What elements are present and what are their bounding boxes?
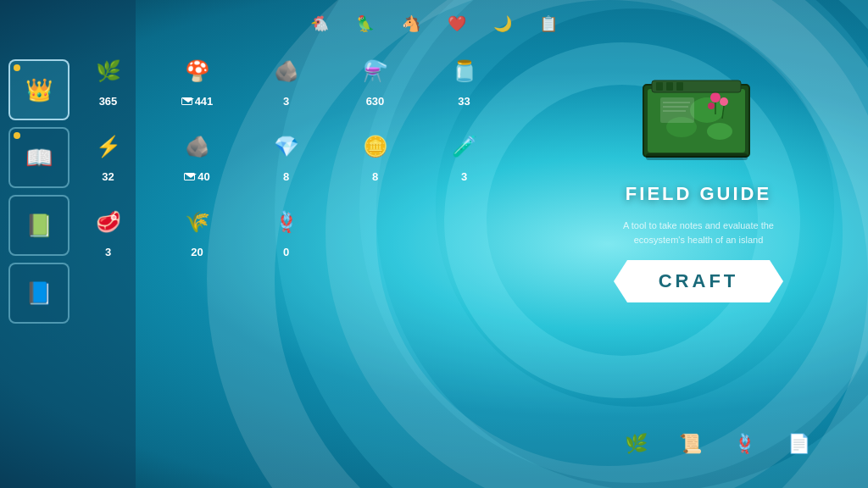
flask-icon: ⚗️ <box>355 51 396 92</box>
resource-grid: 🌿 365 🍄 441 🪨 3 ⚗️ 630 🫙 33 ⚡ 32 <box>85 51 551 267</box>
craft-button[interactable]: CRAFT <box>614 260 783 302</box>
svg-point-6 <box>720 97 728 106</box>
svg-rect-13 <box>676 82 683 91</box>
vial-count: 3 <box>461 170 467 183</box>
svg-rect-12 <box>666 82 673 91</box>
right-panel: FIELD GUIDE A tool to take notes and eva… <box>571 68 826 302</box>
bottom-ingredients: 🌿 📜 🪢 📄 <box>617 425 817 463</box>
stone-icon: 🪨 <box>266 51 307 92</box>
top-icon-moon[interactable]: 🌙 <box>487 8 518 39</box>
svg-point-2 <box>690 97 724 123</box>
mushroom-icon: 🍄 <box>177 51 218 92</box>
top-icon-chicken[interactable]: 🐔 <box>304 8 335 39</box>
sidebar-item-crown[interactable]: 👑 <box>8 59 70 120</box>
resource-row-2: ⚡ 32 🪨 40 💎 8 🪙 8 🧪 3 <box>85 126 551 183</box>
cup-icon: 🫙 <box>444 51 485 92</box>
lightning-icon: ⚡ <box>88 126 129 167</box>
coin-count: 8 <box>372 170 378 183</box>
svg-rect-18 <box>646 153 748 160</box>
mushroom-count: 441 <box>181 95 214 108</box>
gem-icon: 💎 <box>266 126 307 167</box>
top-bar: 🐔 🦜 🐴 ❤️ 🌙 📋 <box>304 8 564 39</box>
ingredient-paper: 📄 <box>780 425 817 463</box>
resource-item-coin: 🪙 8 <box>352 126 398 183</box>
leaves-icon: 🌿 <box>88 51 129 92</box>
top-icon-parrot[interactable]: 🦜 <box>350 8 381 39</box>
rock-icon: 🪨 <box>177 126 218 167</box>
ingredient-rope: 🪢 <box>726 425 763 463</box>
svg-point-4 <box>707 123 732 140</box>
resource-item-rock: 🪨 40 <box>174 126 220 183</box>
sidebar-item-book3[interactable]: 📘 <box>8 263 70 324</box>
field-guide-svg <box>639 72 758 165</box>
meat-icon: 🥩 <box>88 202 129 242</box>
resource-row-3: 🥩 3 🌾 20 🪢 0 <box>85 202 551 258</box>
rope-count: 0 <box>283 246 289 258</box>
book2-icon: 📗 <box>25 213 53 239</box>
rope-icon: 🪢 <box>266 202 307 242</box>
svg-point-5 <box>710 92 721 103</box>
ingredient-leaves: 🌿 <box>617 425 654 463</box>
flask-count: 630 <box>366 95 385 108</box>
meat-count: 3 <box>105 246 111 258</box>
resource-row-1: 🌿 365 🍄 441 🪨 3 ⚗️ 630 🫙 33 <box>85 51 551 108</box>
top-icon-horse[interactable]: 🐴 <box>396 8 426 39</box>
top-icon-clipboard[interactable]: 📋 <box>533 8 564 39</box>
resource-item-mushroom: 🍄 441 <box>174 51 220 108</box>
resource-item-cup: 🫙 33 <box>441 51 487 108</box>
field-guide-title: FIELD GUIDE <box>626 183 771 205</box>
cup-count: 33 <box>458 95 470 108</box>
sidebar-dot-1 <box>14 64 20 71</box>
sidebar-item-book2[interactable]: 📗 <box>8 195 70 256</box>
mail-icon-rock <box>184 173 195 180</box>
book1-icon: 📖 <box>25 145 53 171</box>
resource-item-vial: 🧪 3 <box>441 126 487 183</box>
resource-item-gem: 💎 8 <box>263 126 309 183</box>
resource-item-flask: ⚗️ 630 <box>352 51 398 108</box>
field-guide-graphic <box>639 72 758 165</box>
vial-icon: 🧪 <box>444 126 485 167</box>
resource-item-lightning: ⚡ 32 <box>85 126 131 183</box>
svg-point-7 <box>708 103 715 109</box>
sidebar-item-book1[interactable]: 📖 <box>8 127 70 188</box>
sidebar-dot-2 <box>14 132 20 139</box>
ingredient-scroll: 📜 <box>671 425 709 463</box>
resource-item-leaves: 🌿 365 <box>85 51 131 108</box>
field-guide-description: A tool to take notes and evaluate the ec… <box>614 219 783 247</box>
item-preview <box>631 68 766 169</box>
top-icon-heart[interactable]: ❤️ <box>442 8 472 39</box>
leaves-count: 365 <box>99 95 118 108</box>
gem-count: 8 <box>283 170 289 183</box>
resource-item-wheat: 🌾 20 <box>174 202 220 258</box>
rock-count: 40 <box>184 170 209 183</box>
svg-rect-11 <box>656 82 663 91</box>
coin-icon: 🪙 <box>355 126 396 167</box>
resource-item-stone: 🪨 3 <box>263 51 309 108</box>
crown-icon: 👑 <box>25 77 53 103</box>
lightning-count: 32 <box>102 170 114 183</box>
resource-item-rope: 🪢 0 <box>263 202 309 258</box>
svg-rect-10 <box>652 80 741 92</box>
book3-icon: 📘 <box>25 280 53 307</box>
wheat-icon: 🌾 <box>177 202 218 242</box>
mail-icon-mushroom <box>181 97 192 105</box>
wheat-count: 20 <box>191 246 203 258</box>
sidebar: 👑 📖 📗 📘 <box>8 59 70 324</box>
stone-count: 3 <box>283 95 289 108</box>
resource-item-meat: 🥩 3 <box>85 202 131 258</box>
svg-rect-14 <box>660 97 694 123</box>
